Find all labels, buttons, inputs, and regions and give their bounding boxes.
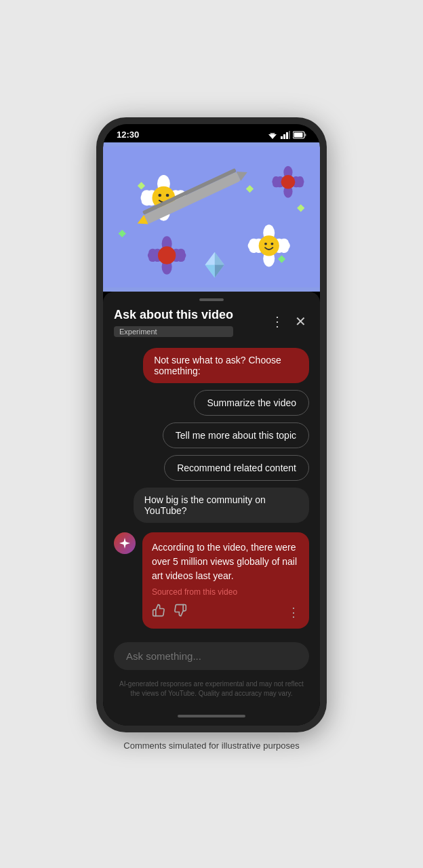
reaction-buttons (152, 604, 187, 620)
phone-screen: 12:30 (103, 124, 320, 726)
status-bar: 12:30 (103, 124, 320, 142)
caption: Comments simulated for illustrative purp… (123, 741, 299, 751)
svg-point-24 (158, 194, 161, 197)
video-player[interactable] (103, 142, 320, 292)
time: 12:30 (117, 130, 139, 140)
title-area: Ask about this video Experiment (114, 308, 233, 337)
svg-point-35 (264, 243, 267, 245)
thumbs-down-button[interactable] (174, 604, 187, 620)
suggestion-more-topic[interactable]: Tell me more about this topic (163, 422, 309, 448)
thumbs-up-icon (152, 604, 165, 617)
drag-handle-bar (199, 298, 224, 301)
svg-rect-3 (283, 134, 285, 139)
ai-sparkle-icon (118, 536, 132, 550)
ai-response-container: According to the video, there were over … (114, 532, 309, 629)
system-message: Not sure what to ask? Choose something: (143, 348, 309, 383)
svg-rect-2 (281, 136, 283, 139)
ai-response-text: According to the video, there were over … (152, 540, 300, 583)
ai-actions: ⋮ (152, 604, 300, 620)
drag-handle[interactable] (103, 292, 320, 305)
svg-point-54 (281, 175, 296, 189)
response-more-button[interactable]: ⋮ (287, 605, 300, 620)
suggestion-recommend[interactable]: Recommend related content (164, 455, 309, 481)
sheet-title: Ask about this video (114, 308, 233, 322)
svg-point-34 (259, 235, 279, 256)
input-area (103, 634, 320, 674)
ai-source: Sourced from this video (152, 587, 300, 597)
signal-icon (281, 131, 290, 139)
close-button[interactable]: ✕ (292, 311, 309, 332)
user-message: How big is the community on YouTube? (134, 488, 309, 523)
experiment-badge: Experiment (114, 326, 233, 337)
more-options-button[interactable]: ⋮ (268, 311, 287, 332)
svg-point-25 (166, 194, 169, 197)
svg-rect-4 (286, 132, 288, 139)
thumbs-up-button[interactable] (152, 604, 165, 620)
svg-point-45 (158, 246, 176, 264)
home-indicator (103, 709, 320, 726)
svg-rect-8 (305, 134, 306, 136)
svg-point-36 (271, 243, 274, 245)
status-icons (267, 131, 306, 139)
svg-rect-5 (289, 131, 290, 139)
svg-point-64 (123, 541, 127, 545)
chat-input[interactable] (114, 642, 309, 670)
wifi-icon (267, 131, 278, 139)
chat-area: Not sure what to ask? Choose something: … (103, 342, 320, 634)
suggestion-summarize[interactable]: Summarize the video (194, 390, 309, 416)
disclaimer: AI-generated responses are experimental … (103, 674, 320, 709)
thumbs-down-icon (174, 604, 187, 617)
sheet-header: Ask about this video Experiment ⋮ ✕ (103, 305, 320, 342)
ai-bubble: According to the video, there were over … (142, 532, 309, 629)
battery-icon (293, 131, 306, 139)
home-bar (178, 715, 245, 717)
header-actions: ⋮ ✕ (268, 311, 309, 332)
video-thumbnail (103, 142, 320, 292)
bottom-sheet: Ask about this video Experiment ⋮ ✕ Not … (103, 292, 320, 726)
phone-frame: 12:30 (96, 117, 327, 732)
ai-avatar (114, 532, 136, 554)
svg-rect-7 (294, 132, 303, 137)
